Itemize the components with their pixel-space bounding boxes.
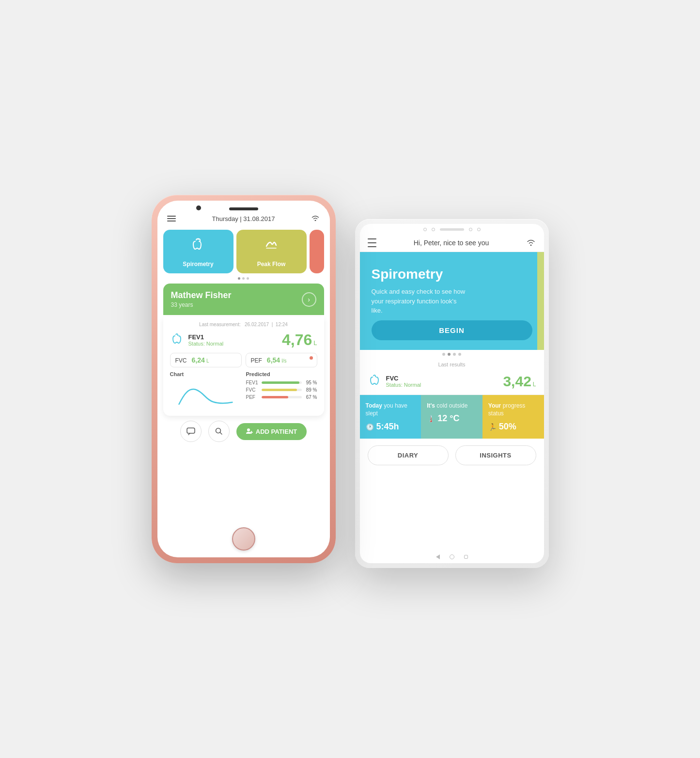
android-wifi-icon xyxy=(526,238,536,248)
patient-name: Mathew Fisher xyxy=(171,290,232,300)
pef-dot xyxy=(310,356,313,360)
message-button[interactable] xyxy=(180,421,202,442)
peak-flow-card-label: Peak Flow xyxy=(257,261,286,268)
pred-fvc-pct: 89 % xyxy=(304,387,317,393)
android-dot-1 xyxy=(423,228,427,231)
fev1-unit: L xyxy=(313,339,317,347)
pred-fev1-bar-bg xyxy=(262,381,302,384)
patient-info: Mathew Fisher 33 years xyxy=(171,290,232,308)
patient-card[interactable]: Mathew Fisher 33 years › xyxy=(163,284,324,315)
back-nav-icon[interactable] xyxy=(436,554,440,559)
phone1-home-area xyxy=(157,523,330,557)
fvc-lung-icon xyxy=(368,374,381,389)
tile-cold-title: It's cold outside xyxy=(427,402,477,410)
fvc-labels: FVC Status: Normal xyxy=(386,375,421,388)
fev1-value-group: 4,76 L xyxy=(282,331,317,349)
add-patient-label: ADD PATIENT xyxy=(256,428,297,435)
svg-point-1 xyxy=(197,238,199,240)
pred-row-fvc: FVC 89 % xyxy=(246,387,317,393)
pred-pef-label: PEF xyxy=(246,395,260,400)
bottom-nav: DIARY INSIGHTS xyxy=(360,439,544,472)
insights-button[interactable]: INSIGHTS xyxy=(455,445,536,465)
fev1-lung-icon xyxy=(170,333,184,347)
tile-cold-value: 🌡️ 12 °C xyxy=(427,413,477,424)
search-button[interactable] xyxy=(208,421,230,442)
tile-sleep-value: 🕐 5:45h xyxy=(366,422,416,432)
predicted-section: Predicted FEV1 95 % FVC xyxy=(246,371,317,411)
clock-icon: 🕐 xyxy=(366,423,374,431)
fev1-labels: FEV1 Status: Normal xyxy=(188,333,224,347)
svg-point-7 xyxy=(530,245,532,246)
last-measurement-text: Last measurement: 26.02.2017 | 12:24 xyxy=(170,322,317,327)
phone2-device: Hi, Peter, nice to see you Spirometry Qu… xyxy=(355,219,549,568)
fvc-box: FVC 6,24 L xyxy=(170,353,242,367)
phone1-notch xyxy=(157,201,330,208)
dot-2 xyxy=(242,277,245,280)
third-card[interactable] xyxy=(310,230,324,273)
header-date: Thursday | 31.08.2017 xyxy=(212,215,275,222)
spirometry-icon xyxy=(189,237,207,254)
svg-rect-2 xyxy=(187,428,195,433)
bottom-actions: ADD PATIENT xyxy=(157,416,330,449)
fvc-label: FVC xyxy=(175,357,187,364)
pred-pef-bar xyxy=(262,396,289,398)
screen1-header: Thursday | 31.08.2017 xyxy=(157,208,330,227)
pef-unit: l/s xyxy=(281,358,286,363)
tile-cold: It's cold outside 🌡️ 12 °C xyxy=(421,395,482,439)
spirometry-title: Spirometry xyxy=(372,267,443,282)
tile-sleep: Today you have slept 🕐 5:45h xyxy=(360,395,421,439)
peak-flow-icon xyxy=(263,237,280,254)
fev1-value: 4,76 xyxy=(282,331,312,349)
phone2-screen-container: Hi, Peter, nice to see you Spirometry Qu… xyxy=(360,224,544,563)
fev1-label: FEV1 xyxy=(188,333,224,341)
phone1-camera xyxy=(196,205,201,210)
pred-fev1-pct: 95 % xyxy=(304,380,317,385)
svg-point-0 xyxy=(315,220,316,221)
home-button[interactable] xyxy=(232,527,255,551)
banner-dot-1 xyxy=(442,353,445,356)
phone2-nav-bar xyxy=(360,552,544,563)
dot-1 xyxy=(238,277,240,280)
spirometry-card-label: Spirometry xyxy=(183,261,213,268)
banner-dots xyxy=(360,350,544,359)
tile-progress-title: Your progress status xyxy=(488,402,538,418)
metrics-row: FVC 6,24 L PEF 6,54 l/s xyxy=(170,353,317,367)
begin-button[interactable]: BEGIN xyxy=(372,320,532,340)
phone1-speaker xyxy=(229,207,258,210)
fev1-row: FEV1 Status: Normal 4,76 L xyxy=(170,331,317,349)
diary-button[interactable]: DIARY xyxy=(368,445,449,465)
wifi-icon xyxy=(311,214,320,223)
recents-nav-icon[interactable] xyxy=(464,555,468,559)
banner-dot-3 xyxy=(453,353,456,356)
phone2-screen: Hi, Peter, nice to see you Spirometry Qu… xyxy=(360,233,544,552)
spirometry-banner: Spirometry Quick and easy check to see h… xyxy=(360,252,544,350)
peak-flow-card[interactable]: Peak Flow xyxy=(236,230,307,273)
phone2-top-bar xyxy=(360,224,544,233)
chart-svg xyxy=(170,380,241,409)
fvc-label-text: FVC xyxy=(386,375,421,382)
banner-dot-4 xyxy=(458,353,461,356)
predicted-title: Predicted xyxy=(246,371,317,377)
pef-box: PEF 6,54 l/s xyxy=(246,353,317,367)
carousel-dots xyxy=(157,276,330,282)
home-nav-icon[interactable] xyxy=(450,554,454,559)
add-patient-button[interactable]: ADD PATIENT xyxy=(236,423,307,440)
pred-fvc-bar-bg xyxy=(262,389,302,391)
spirometry-card[interactable]: Spirometry xyxy=(163,230,233,273)
pred-row-pef: PEF 67 % xyxy=(246,395,317,400)
fvc-unit-text: L xyxy=(533,381,536,388)
patient-arrow-button[interactable]: › xyxy=(302,292,316,307)
pred-fvc-label: FVC xyxy=(246,387,260,393)
fvc-row: FVC Status: Normal 3,42 L xyxy=(360,369,544,395)
pred-fev1-label: FEV1 xyxy=(246,380,260,385)
android-dot-3 xyxy=(469,228,472,231)
fvc-value-text: 3,42 xyxy=(503,373,531,390)
hamburger-icon[interactable] xyxy=(167,216,176,221)
fvc-value: 6,24 xyxy=(192,356,205,364)
android-speaker xyxy=(440,228,464,231)
fvc-status: Status: Normal xyxy=(386,382,421,388)
android-hamburger-icon[interactable] xyxy=(368,238,376,247)
fev1-status: Status: Normal xyxy=(188,341,224,347)
chart-title: Chart xyxy=(170,371,241,377)
screen2-greeting: Hi, Peter, nice to see you xyxy=(414,239,489,247)
